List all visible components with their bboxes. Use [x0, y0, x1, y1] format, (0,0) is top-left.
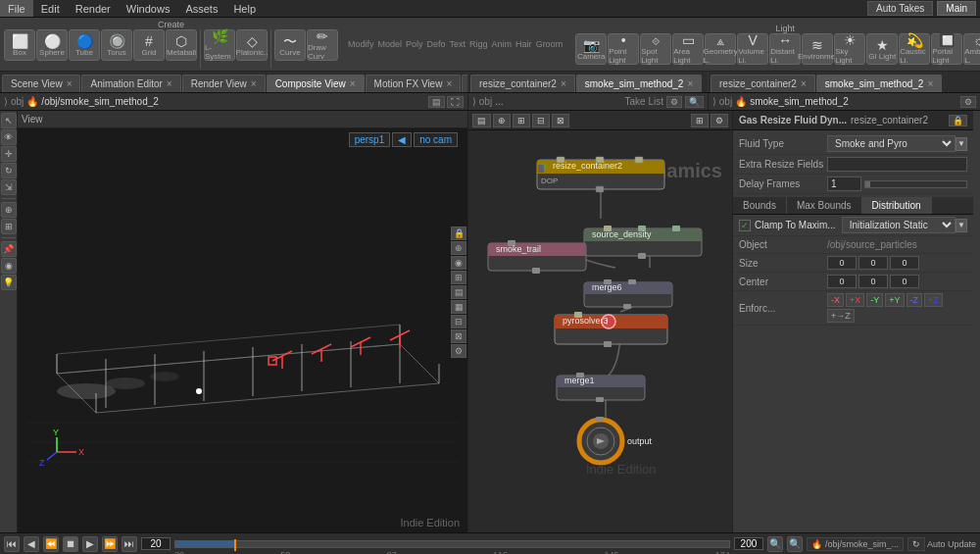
- tool-light-vis[interactable]: 💡: [1, 275, 17, 290]
- prop-center-y[interactable]: [858, 275, 888, 288]
- prop-tab-max-bounds[interactable]: Max Bounds: [787, 197, 862, 214]
- transport-play[interactable]: ▶: [82, 536, 98, 552]
- node-editor-flag3[interactable]: ⊞: [513, 114, 530, 127]
- prop-axis-z-neg[interactable]: -Z: [906, 293, 923, 307]
- tool-point-light[interactable]: •Point Light: [608, 33, 639, 65]
- transport-back[interactable]: ◀: [24, 536, 39, 552]
- transport-start[interactable]: ⏮: [4, 536, 20, 552]
- tool-rotate[interactable]: ↻: [1, 163, 17, 178]
- tab-close-props1[interactable]: ×: [801, 78, 807, 89]
- menu-file[interactable]: File: [0, 0, 33, 17]
- prop-fluid-type-menu[interactable]: ▼: [956, 137, 967, 151]
- viewport-canvas[interactable]: persp1 ◀ no cam: [18, 128, 467, 532]
- tool-grid[interactable]: #Grid: [133, 29, 165, 61]
- menu-render[interactable]: Render: [68, 0, 119, 17]
- lock-btn5[interactable]: ▤: [451, 285, 466, 299]
- prop-center-x[interactable]: [827, 275, 857, 288]
- transport-step-fwd[interactable]: ⏩: [102, 536, 118, 552]
- tab-props1[interactable]: resize_container2 ×: [710, 75, 815, 92]
- node-editor-flag1[interactable]: ▤: [472, 114, 491, 127]
- tool-pin1[interactable]: 📌: [1, 241, 17, 257]
- tool-ambient-light[interactable]: ☼Ambient L.: [963, 33, 980, 65]
- prop-center-z[interactable]: [890, 275, 919, 288]
- transport-step-back[interactable]: ⏪: [43, 536, 59, 552]
- tab-close-node1[interactable]: ×: [561, 78, 566, 89]
- menu-assets[interactable]: Assets: [177, 0, 225, 17]
- node-settings2[interactable]: ⚙: [710, 114, 728, 127]
- prop-size-z[interactable]: [890, 256, 919, 270]
- node-canvas[interactable]: Dynamics: [468, 130, 732, 513]
- tab-composite-view[interactable]: Composite View ×: [267, 75, 365, 92]
- node-zoom-fit[interactable]: ⊞: [691, 114, 709, 127]
- tool-lsystem[interactable]: 🌿L-System: [204, 29, 235, 61]
- tool-platonic[interactable]: ◇Platonic..: [236, 29, 268, 61]
- node-settings-btn[interactable]: ⚙: [666, 96, 682, 108]
- prop-axis-y-neg[interactable]: -Y: [866, 293, 883, 307]
- tool-snap[interactable]: ⊕: [1, 202, 17, 218]
- prop-delay-frames-slider[interactable]: [864, 180, 967, 188]
- lock-btn9[interactable]: ⚙: [451, 344, 466, 358]
- props-lock-btn[interactable]: 🔒: [949, 115, 967, 126]
- prop-tab-distribution[interactable]: Distribution: [862, 197, 932, 214]
- prop-init-static-select[interactable]: Initialization Static: [842, 217, 956, 233]
- tool-scale[interactable]: ⇲: [1, 179, 17, 195]
- node-editor-flag5[interactable]: ⊠: [552, 114, 569, 127]
- tab-close-props2[interactable]: ×: [927, 78, 933, 89]
- tab-motion-fx[interactable]: Motion FX View ×: [366, 75, 462, 92]
- timeline-scrubber-area[interactable]: 29 58 87 116 145 174: [174, 536, 730, 552]
- tool-distant-light[interactable]: ↔Distant Li.: [769, 33, 801, 65]
- lock-btn4[interactable]: ⊞: [451, 271, 466, 284]
- tab-close-anim-editor[interactable]: ×: [167, 78, 172, 89]
- timeline-zoom-out[interactable]: 🔍: [767, 536, 783, 552]
- tool-portal-light[interactable]: 🔲Portal Light: [931, 33, 962, 65]
- viewport-toggle-btn[interactable]: ▤: [428, 96, 445, 108]
- prop-axis-z-pos2[interactable]: +→Z: [827, 309, 855, 323]
- tool-curve[interactable]: 〜Curve: [274, 29, 306, 61]
- prop-fluid-type-select[interactable]: Smoke and Pyro Smoke Pyro: [827, 135, 956, 152]
- prop-init-static-menu[interactable]: ▼: [956, 219, 967, 232]
- tool-sky-light[interactable]: ☀Sky Light: [834, 33, 865, 65]
- prop-delay-frames-input[interactable]: [827, 176, 861, 191]
- menu-edit[interactable]: Edit: [33, 0, 68, 17]
- lock-btn6[interactable]: ▦: [451, 300, 466, 314]
- tool-geo-light[interactable]: ⟁Geometry L.: [705, 33, 736, 65]
- prop-axis-z-pos[interactable]: +Z: [924, 293, 943, 307]
- current-frame-input[interactable]: [141, 537, 171, 550]
- tab-close-composite-view[interactable]: ×: [350, 78, 356, 89]
- lock-btn7[interactable]: ⊟: [451, 315, 466, 328]
- timeline-zoom-in[interactable]: 🔍: [787, 536, 803, 552]
- tool-visibility[interactable]: ◉: [1, 258, 17, 274]
- camera-dropdown[interactable]: ◀: [392, 132, 412, 147]
- tab-node1[interactable]: resize_container2 ×: [470, 75, 575, 92]
- lock-btn1[interactable]: 🔒: [451, 227, 466, 240]
- tool-environment[interactable]: ≋Environme.: [802, 33, 833, 65]
- prop-size-y[interactable]: [858, 256, 888, 270]
- no-cam-btn[interactable]: no cam: [414, 132, 458, 147]
- tab-anim-editor[interactable]: Animation Editor ×: [81, 75, 180, 92]
- tab-close-node2[interactable]: ×: [687, 78, 693, 89]
- lock-btn8[interactable]: ⊠: [451, 329, 466, 343]
- tool-spot-light[interactable]: ⟐Spot Light: [640, 33, 671, 65]
- menu-help[interactable]: Help: [225, 0, 264, 17]
- transport-stop[interactable]: ⏹: [63, 536, 78, 552]
- tab-close-motion-fx[interactable]: ×: [446, 78, 452, 89]
- timeline-track[interactable]: [174, 540, 730, 548]
- lock-btn2[interactable]: ⊕: [451, 241, 466, 255]
- props-settings-btn[interactable]: ⚙: [960, 96, 976, 108]
- tool-tube[interactable]: 🔵Tube: [69, 29, 100, 61]
- main-tab[interactable]: Main: [937, 1, 976, 16]
- tab-close-scene-view[interactable]: ×: [67, 78, 73, 89]
- tab-close-render-view[interactable]: ×: [251, 78, 257, 89]
- auto-takes-dropdown[interactable]: Auto Takes: [867, 1, 933, 16]
- tool-move[interactable]: ✛: [1, 146, 17, 162]
- lock-btn3[interactable]: ◉: [451, 256, 466, 270]
- tool-torus[interactable]: 🔘Torus: [101, 29, 132, 61]
- prop-axis-x-neg[interactable]: -X: [827, 293, 844, 307]
- timeline-refresh-btn[interactable]: ↻: [907, 537, 925, 551]
- prop-size-x[interactable]: [827, 256, 857, 270]
- tool-select[interactable]: ↖: [1, 113, 17, 128]
- transport-end[interactable]: ⏭: [122, 536, 137, 552]
- tool-caustic-light[interactable]: 💫Caustic Li.: [899, 33, 930, 65]
- tool-area-light[interactable]: ▭Area Light: [672, 33, 704, 65]
- tab-node2[interactable]: smoke_sim_method_2 ×: [576, 75, 702, 92]
